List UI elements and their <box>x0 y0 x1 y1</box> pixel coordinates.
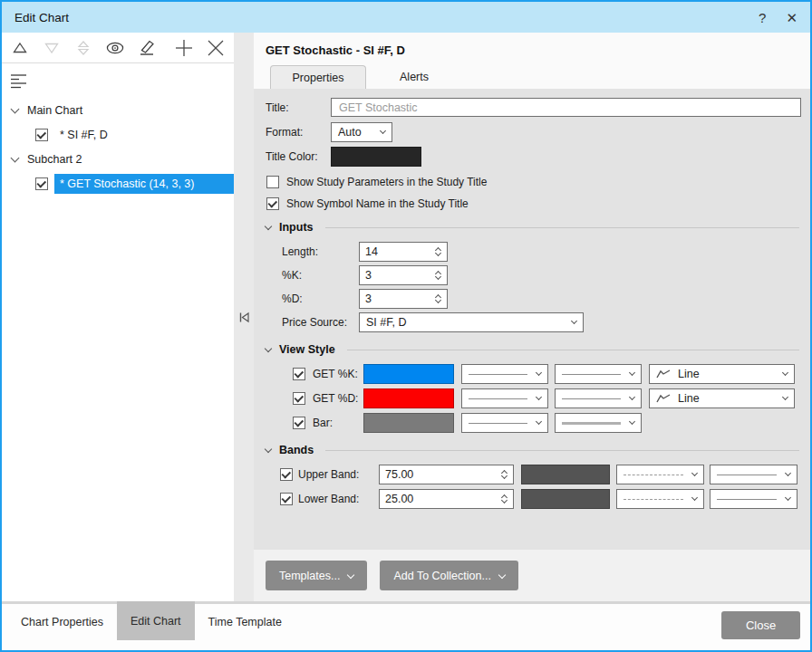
chevron-down-icon <box>536 418 542 425</box>
percent-k-input[interactable] <box>360 269 436 282</box>
dialog-footer: Chart Properties Edit Chart Time Templat… <box>2 601 810 650</box>
get-k-checkbox[interactable] <box>293 368 305 380</box>
tab-time-template[interactable]: Time Template <box>195 604 295 640</box>
upper-band-line-width-dropdown[interactable] <box>710 465 798 484</box>
dashed-line-sample <box>624 475 683 475</box>
reorder-icon[interactable] <box>74 39 92 57</box>
get-d-plot-type-dropdown[interactable]: Line <box>649 388 795 408</box>
add-study-icon[interactable] <box>175 39 193 57</box>
upper-band-color-swatch[interactable] <box>521 465 610 484</box>
add-to-collection-button[interactable]: Add To Collection... <box>380 561 517 590</box>
get-d-color-swatch[interactable] <box>363 388 454 408</box>
section-inputs[interactable]: Inputs <box>266 221 801 234</box>
get-d-line-width-dropdown[interactable] <box>555 388 642 408</box>
edit-pencil-icon[interactable] <box>138 39 156 57</box>
percent-k-spinner[interactable] <box>359 265 448 285</box>
upper-band-checkbox[interactable] <box>280 468 293 481</box>
lower-band-checkbox[interactable] <box>280 493 293 505</box>
chevron-down-icon <box>629 418 635 425</box>
format-field-label: Format: <box>266 126 331 139</box>
lower-band-color-swatch[interactable] <box>521 489 610 509</box>
format-dropdown[interactable]: Auto <box>331 122 392 142</box>
show-study-parameters-checkbox[interactable] <box>266 176 279 188</box>
chevron-down-icon <box>782 394 788 400</box>
bar-line-width-dropdown[interactable] <box>555 413 642 433</box>
line-width-sample <box>562 422 621 425</box>
tree-item-checkbox[interactable] <box>35 129 48 141</box>
section-view-style[interactable]: View Style <box>266 343 801 356</box>
show-symbol-name-label: Show Symbol Name in the Study Title <box>286 197 469 210</box>
close-icon[interactable]: ✕ <box>786 11 798 24</box>
title-color-swatch[interactable] <box>331 147 421 167</box>
legend-toggle-icon[interactable] <box>2 63 234 94</box>
move-up-icon[interactable] <box>11 39 29 57</box>
upper-band-input[interactable] <box>380 468 502 481</box>
panel-splitter[interactable] <box>234 33 254 601</box>
chevron-down-icon <box>265 345 272 352</box>
panel-button-strip: Templates... Add To Collection... <box>254 550 810 601</box>
get-d-line-style-dropdown[interactable] <box>461 388 548 408</box>
chevron-down-icon <box>265 223 272 230</box>
line-width-sample <box>717 499 777 500</box>
length-input[interactable] <box>360 245 436 258</box>
get-d-label: GET %D: <box>313 392 363 405</box>
chevron-down-icon <box>629 394 635 400</box>
help-icon[interactable]: ? <box>759 11 766 24</box>
section-bands[interactable]: Bands <box>266 444 801 456</box>
get-k-line-style-dropdown[interactable] <box>461 364 548 384</box>
lower-band-line-style-dropdown[interactable] <box>616 489 704 509</box>
tree-group-main-chart[interactable]: Main Chart <box>2 98 234 122</box>
get-k-line-width-dropdown[interactable] <box>555 364 642 384</box>
percent-d-label: %D: <box>282 292 359 305</box>
show-study-parameters-label: Show Study Parameters in the Study Title <box>286 176 487 188</box>
band-row-lower: Lower Band: <box>280 489 801 509</box>
line-width-sample <box>562 398 621 399</box>
line-style-sample <box>469 398 527 399</box>
get-k-plot-type-dropdown[interactable]: Line <box>649 364 795 384</box>
tree-item-si-f-d[interactable]: * SI #F, D <box>2 122 234 147</box>
close-button[interactable]: Close <box>721 611 800 639</box>
remove-study-icon[interactable] <box>207 39 225 57</box>
length-spinner[interactable] <box>359 242 448 262</box>
price-source-dropdown[interactable]: SI #F, D <box>359 312 584 332</box>
bar-checkbox[interactable] <box>293 417 305 429</box>
bar-color-swatch[interactable] <box>363 413 454 433</box>
chevron-down-icon <box>536 369 542 376</box>
show-symbol-name-checkbox[interactable] <box>266 197 279 210</box>
price-source-label: Price Source: <box>282 316 359 329</box>
title-input[interactable] <box>331 98 801 117</box>
percent-d-spinner[interactable] <box>359 289 448 309</box>
percent-d-input[interactable] <box>360 292 436 305</box>
bar-line-style-dropdown[interactable] <box>461 413 548 433</box>
chevron-down-icon <box>380 128 386 134</box>
lower-band-spinner[interactable] <box>379 489 514 509</box>
format-value: Auto <box>338 126 362 139</box>
visibility-eye-icon[interactable] <box>106 39 124 57</box>
tree-item-get-stochastic[interactable]: * GET Stochastic (14, 3, 3) <box>2 171 234 196</box>
price-source-value: SI #F, D <box>366 316 406 329</box>
get-d-checkbox[interactable] <box>293 392 305 405</box>
tree-item-checkbox[interactable] <box>35 177 48 190</box>
move-down-icon[interactable] <box>43 39 61 57</box>
upper-band-spinner[interactable] <box>379 465 514 484</box>
view-style-row-get-k: GET %K: Line <box>293 364 801 384</box>
tree-group-subchart-2[interactable]: Subchart 2 <box>2 147 234 171</box>
get-k-color-swatch[interactable] <box>363 364 454 384</box>
view-style-row-bar: Bar: <box>293 413 801 433</box>
length-label: Length: <box>282 245 359 258</box>
lower-band-line-width-dropdown[interactable] <box>710 489 798 509</box>
section-rule <box>325 450 799 451</box>
lower-band-input[interactable] <box>380 493 502 505</box>
properties-content: Title: Format: Auto Title Color: <box>254 89 810 550</box>
main-area: Main Chart * SI #F, D Subchart 2 * GET S… <box>2 33 810 601</box>
collapse-panel-icon[interactable] <box>237 311 251 324</box>
tab-chart-properties[interactable]: Chart Properties <box>7 604 117 640</box>
tab-alerts[interactable]: Alerts <box>366 65 462 89</box>
tab-properties[interactable]: Properties <box>270 65 366 89</box>
upper-band-line-style-dropdown[interactable] <box>616 465 704 484</box>
templates-button-label: Templates... <box>279 570 340 582</box>
chevron-down-icon <box>11 153 20 162</box>
tab-edit-chart[interactable]: Edit Chart <box>117 601 195 640</box>
templates-button[interactable]: Templates... <box>266 561 367 590</box>
panel-header: GET Stochastic - SI #F, D Properties Ale… <box>254 33 810 89</box>
